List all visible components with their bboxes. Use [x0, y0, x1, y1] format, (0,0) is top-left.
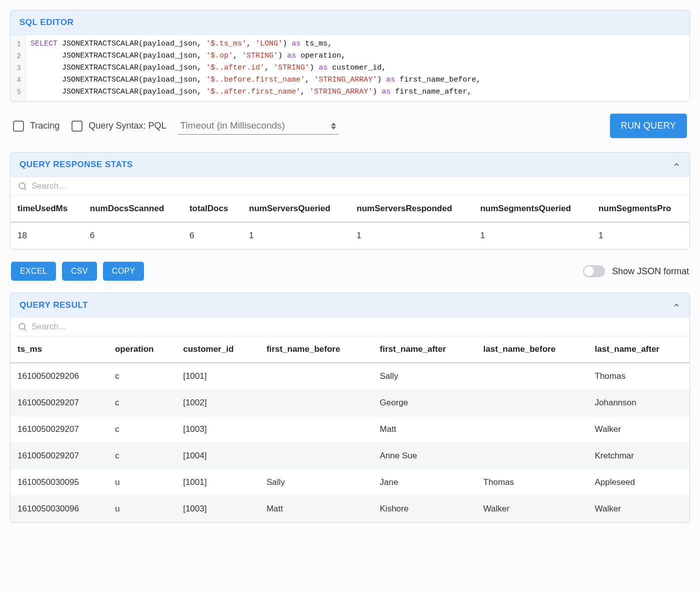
timeout-input[interactable]: [178, 117, 338, 135]
result-cell: Matt: [373, 416, 476, 443]
svg-line-3: [24, 329, 26, 331]
result-cell: Walker: [476, 496, 588, 522]
csv-button[interactable]: CSV: [62, 262, 97, 281]
sql-editor-panel: SQL EDITOR 12345 SELECT JSONEXTRACTSCALA…: [10, 10, 690, 102]
stats-cell: 1: [473, 222, 592, 249]
result-cell: [1001]: [176, 469, 260, 496]
result-search-input[interactable]: [32, 322, 682, 332]
stats-cell: 18: [10, 222, 83, 249]
result-cell: [260, 363, 373, 390]
result-cell: [1001]: [176, 363, 260, 390]
result-panel: QUERY RESULT ts_msoperationcustomer_idfi…: [10, 293, 690, 523]
code-lines[interactable]: SELECT JSONEXTRACTSCALAR(payload_json, '…: [26, 35, 690, 101]
stats-table-scroll[interactable]: timeUsedMsnumDocsScannedtotalDocsnumServ…: [10, 196, 690, 249]
result-cell: [1003]: [176, 416, 260, 443]
stats-col-header[interactable]: numSegmentsQueried: [473, 196, 592, 222]
result-cell: Johannson: [588, 390, 690, 416]
result-cell: Thomas: [476, 469, 588, 496]
svg-point-2: [19, 323, 25, 329]
stats-table: timeUsedMsnumDocsScannedtotalDocsnumServ…: [10, 196, 690, 249]
result-col-header[interactable]: customer_id: [176, 336, 260, 363]
result-header[interactable]: QUERY RESULT: [10, 293, 690, 317]
table-row[interactable]: 1610050029207c[1002]GeorgeJohannson: [10, 390, 690, 416]
result-cell: [476, 390, 588, 416]
result-cell: Walker: [588, 496, 690, 522]
pql-checkbox[interactable]: Query Syntax: PQL: [72, 121, 166, 132]
stats-cell: 1: [242, 222, 350, 249]
run-query-button[interactable]: RUN QUERY: [610, 114, 687, 138]
stats-cell: 6: [182, 222, 242, 249]
result-cell: [1002]: [176, 390, 260, 416]
stats-col-header[interactable]: numDocsScanned: [83, 196, 182, 222]
result-col-header[interactable]: ts_ms: [10, 336, 108, 363]
stats-cell: 1: [350, 222, 473, 249]
stats-col-header[interactable]: numServersResponded: [350, 196, 473, 222]
result-cell: u: [108, 469, 176, 496]
result-col-header[interactable]: last_name_before: [476, 336, 588, 363]
result-table: ts_msoperationcustomer_idfirst_name_befo…: [10, 336, 690, 522]
stats-col-header[interactable]: numServersQueried: [242, 196, 350, 222]
result-cell: Thomas: [588, 363, 690, 390]
result-cell: c: [108, 390, 176, 416]
result-cell: [260, 443, 373, 469]
code-editor[interactable]: 12345 SELECT JSONEXTRACTSCALAR(payload_j…: [10, 35, 690, 101]
result-cell: Kishore: [373, 496, 476, 522]
result-cell: [476, 363, 588, 390]
table-row[interactable]: 1610050030096u[1003]MattKishoreWalkerWal…: [10, 496, 690, 522]
result-col-header[interactable]: last_name_after: [588, 336, 690, 363]
result-cell: Anne Sue: [373, 443, 476, 469]
stats-cell: 6: [83, 222, 182, 249]
stats-search-input[interactable]: [32, 181, 682, 191]
result-col-header[interactable]: operation: [108, 336, 176, 363]
svg-line-1: [24, 188, 26, 190]
checkbox-icon: [72, 121, 82, 132]
query-controls: Tracing Query Syntax: PQL RUN QUERY: [10, 114, 690, 138]
stats-col-header[interactable]: totalDocs: [182, 196, 242, 222]
stats-col-header[interactable]: timeUsedMs: [10, 196, 83, 222]
result-cell: u: [108, 496, 176, 522]
line-gutter: 12345: [10, 35, 26, 101]
result-cell: Sally: [260, 469, 373, 496]
result-cell: [476, 443, 588, 469]
result-cell: 1610050029206: [10, 363, 108, 390]
json-toggle-label: Show JSON format: [612, 266, 689, 277]
result-col-header[interactable]: first_name_before: [260, 336, 373, 363]
sql-editor-header: SQL EDITOR: [10, 11, 690, 35]
result-cell: [1003]: [176, 496, 260, 522]
result-cell: 1610050029207: [10, 390, 108, 416]
toggle-knob: [584, 266, 594, 276]
result-cell: 1610050029207: [10, 416, 108, 443]
svg-point-0: [19, 183, 25, 189]
copy-button[interactable]: COPY: [103, 262, 144, 281]
stats-col-header[interactable]: numSegmentsPro: [592, 196, 690, 222]
result-cell: George: [373, 390, 476, 416]
spinner-icon[interactable]: [331, 123, 336, 130]
stats-search-row: [10, 177, 690, 196]
result-cell: [260, 416, 373, 443]
result-cell: Kretchmar: [588, 443, 690, 469]
table-row[interactable]: 1610050030095u[1001]SallyJaneThomasApple…: [10, 469, 690, 496]
result-title: QUERY RESULT: [20, 300, 88, 310]
chevron-up-icon: [672, 161, 680, 169]
search-icon: [18, 181, 28, 191]
table-row[interactable]: 1610050029206c[1001]SallyThomas: [10, 363, 690, 390]
result-col-header[interactable]: first_name_after: [373, 336, 476, 363]
result-cell: [260, 390, 373, 416]
export-row: EXCEL CSV COPY Show JSON format: [10, 262, 690, 281]
result-cell: Appleseed: [588, 469, 690, 496]
result-cell: Walker: [588, 416, 690, 443]
json-format-toggle[interactable]: Show JSON format: [583, 265, 689, 277]
chevron-up-icon: [672, 301, 680, 309]
excel-button[interactable]: EXCEL: [11, 262, 56, 281]
result-cell: Matt: [260, 496, 373, 522]
checkbox-icon: [13, 121, 24, 132]
stats-cell: 1: [592, 222, 690, 249]
timeout-field-wrap: [178, 117, 338, 135]
table-row[interactable]: 1610050029207c[1003]MattWalker: [10, 416, 690, 443]
tracing-checkbox[interactable]: Tracing: [13, 121, 60, 132]
result-cell: Jane: [373, 469, 476, 496]
table-row[interactable]: 1610050029207c[1004]Anne SueKretchmar: [10, 443, 690, 469]
stats-header[interactable]: QUERY RESPONSE STATS: [10, 153, 690, 177]
result-cell: 1610050030095: [10, 469, 108, 496]
stats-title: QUERY RESPONSE STATS: [20, 160, 133, 170]
